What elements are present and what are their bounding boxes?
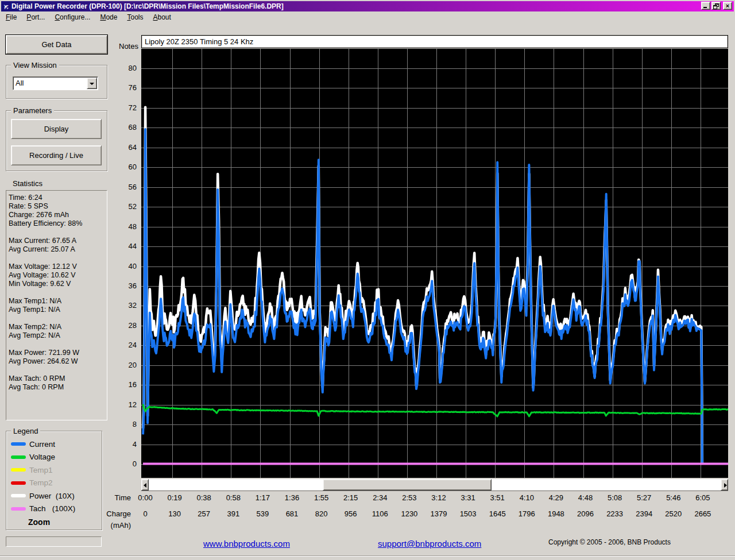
statistics-line: Battery Efficiency: 88% — [9, 219, 107, 228]
statistics-line: Max Voltage: 12.12 V — [9, 262, 107, 271]
scroll-left-button[interactable] — [141, 479, 149, 491]
legend-swatch — [11, 442, 26, 446]
recording-live-button[interactable]: Recording / Live — [11, 145, 102, 165]
statistics-line — [9, 254, 107, 262]
arrow-left-icon — [144, 483, 146, 488]
y-tick-label: 20 — [117, 361, 137, 369]
title-bar: ✈ Digital Power Recorder (DPR-100) [D:\r… — [1, 1, 734, 11]
menu-tools[interactable]: Tools — [123, 12, 149, 22]
menu-file[interactable]: File — [2, 12, 22, 22]
y-tick-label: 12 — [117, 400, 137, 409]
legend-swatch — [11, 481, 26, 485]
legend-swatch — [11, 455, 26, 459]
minimize-icon — [703, 7, 707, 8]
time-tick-label: 1:55 — [309, 493, 334, 502]
statistics-line: Avg Power: 264.62 W — [9, 357, 107, 366]
menu-configure[interactable]: Configure... — [51, 12, 96, 22]
time-tick-label: 2:34 — [368, 493, 393, 502]
statistics-line: Max Temp2: N/A — [9, 323, 107, 331]
view-mission-label: View Mission — [11, 61, 59, 69]
time-tick-label: 3:31 — [455, 493, 481, 502]
legend-item-current[interactable]: Current — [6, 438, 102, 451]
time-tick-label: 2:15 — [338, 493, 363, 502]
display-button[interactable]: Display — [11, 119, 102, 139]
y-tick-label: 56 — [117, 183, 137, 191]
y-tick-label: 44 — [117, 242, 137, 250]
get-data-button[interactable]: Get Data — [6, 35, 107, 54]
scrollbar-thumb[interactable] — [323, 479, 492, 491]
statistics-line: Avg Tach: 0 RPM — [9, 383, 107, 392]
charge-tick-label: 1503 — [455, 509, 481, 518]
legend-group: Legend CurrentVoltageTemp1Temp2Power (10… — [6, 431, 102, 530]
charge-tick-label: 2394 — [632, 509, 657, 518]
chart-plot-area[interactable] — [141, 49, 728, 478]
statistics-line: Rate: 5 SPS — [9, 202, 107, 211]
restore-icon — [715, 3, 719, 7]
legend-item-temp1[interactable]: Temp1 — [6, 464, 102, 477]
zoom-label[interactable]: Zoom — [28, 515, 102, 527]
statistics-line — [9, 366, 107, 374]
time-tick-label: 3:12 — [426, 493, 451, 502]
y-tick-label: 32 — [117, 301, 137, 310]
legend-item-label: Temp2 — [29, 478, 53, 487]
legend-item-tach[interactable]: Tach (100X) — [6, 503, 102, 516]
charge-tick-label: 1948 — [543, 509, 568, 518]
charge-tick-label: 2233 — [602, 509, 628, 518]
statistics-line: Max Current: 67.65 A — [9, 237, 107, 245]
charge-tick-label: 1379 — [426, 509, 451, 518]
statistics-label: Statistics — [13, 179, 42, 188]
support-email-link[interactable]: support@bnbproducts.com — [378, 539, 481, 549]
legend-item-power[interactable]: Power (10X) — [6, 489, 102, 503]
charge-tick-label: 1106 — [368, 509, 393, 518]
mission-select-value: All — [16, 79, 24, 87]
legend-item-temp2[interactable]: Temp2 — [6, 477, 102, 490]
y-tick-label: 52 — [117, 202, 137, 211]
y-tick-label: 4 — [117, 440, 137, 449]
statistics-line: Avg Temp1: N/A — [9, 306, 107, 314]
notes-input[interactable]: Lipoly 20Z 2350 Timing 5 24 Khz — [141, 35, 728, 48]
chart-horizontal-scrollbar[interactable] — [141, 479, 728, 491]
time-tick-label: 0:58 — [220, 493, 246, 502]
menu-port[interactable]: Port... — [22, 12, 51, 22]
y-tick-label: 68 — [117, 123, 137, 132]
current-trace — [143, 129, 702, 464]
scroll-right-button[interactable] — [721, 479, 728, 491]
window-bottom-edge — [0, 556, 735, 557]
time-tick-label: 5:46 — [661, 493, 686, 502]
y-tick-label: 48 — [117, 222, 137, 231]
y-tick-label: 28 — [117, 321, 137, 330]
time-tick-label: 3:51 — [485, 493, 510, 502]
mission-select[interactable]: All — [13, 76, 98, 90]
time-tick-label: 5:27 — [632, 493, 657, 502]
time-tick-label: 4:29 — [543, 493, 568, 502]
charge-tick-label: 820 — [309, 509, 334, 518]
menu-about[interactable]: About — [149, 12, 176, 22]
legend-item-label: Tach (100X) — [29, 504, 75, 513]
menu-mode[interactable]: Mode — [96, 12, 123, 22]
time-tick-label: 0:00 — [133, 493, 158, 502]
time-tick-label: 0:38 — [191, 493, 216, 502]
restore-button[interactable] — [711, 2, 721, 10]
y-tick-label: 60 — [117, 163, 137, 171]
menu-bar: FilePort...Configure...ModeToolsAbout — [2, 12, 177, 22]
charge-tick-label: 956 — [338, 509, 363, 518]
charge-tick-label: 391 — [220, 509, 246, 518]
legend-item-voltage[interactable]: Voltage — [6, 451, 102, 464]
legend-item-label: Voltage — [29, 453, 55, 461]
time-tick-label: 1:17 — [250, 493, 275, 502]
charge-tick-label: 539 — [250, 509, 275, 518]
y-tick-label: 16 — [117, 380, 137, 389]
charge-tick-label: 1796 — [514, 509, 539, 518]
charge-tick-label: 130 — [162, 509, 187, 518]
minimize-button[interactable] — [701, 2, 710, 10]
legend-label: Legend — [11, 427, 40, 435]
chevron-down-icon — [90, 83, 94, 85]
voltage-trace — [143, 404, 728, 417]
statistics-line: Max Temp1: N/A — [9, 297, 107, 306]
mission-select-dropdown-button[interactable] — [87, 78, 97, 89]
time-tick-label: 2:53 — [397, 493, 422, 502]
close-button[interactable]: × — [723, 2, 732, 10]
y-tick-label: 24 — [117, 341, 137, 349]
website-link[interactable]: www.bnbproducts.com — [203, 539, 290, 549]
statistics-line: Max Power: 721.99 W — [9, 349, 107, 357]
